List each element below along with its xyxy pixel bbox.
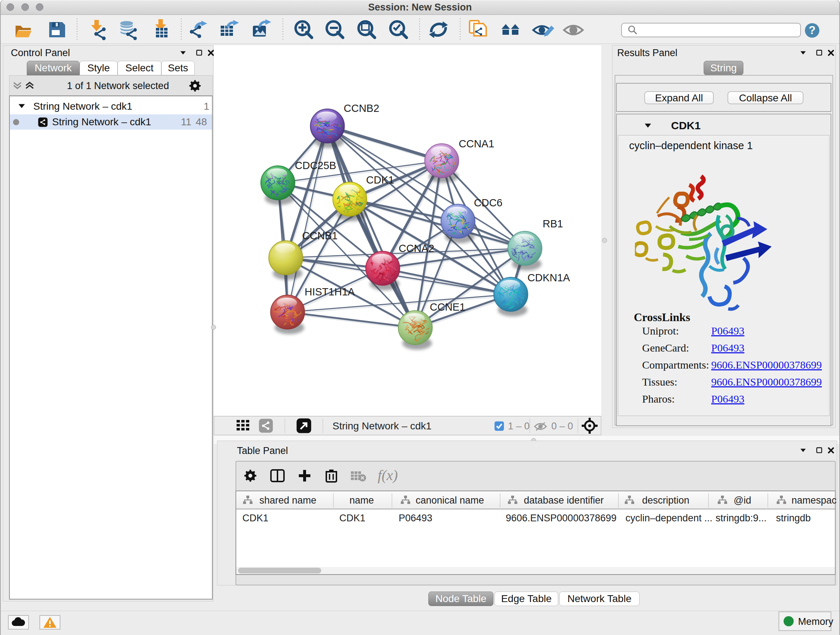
svg-text:CCNB1: CCNB1 [302, 230, 338, 241]
svg-text:CCNA1: CCNA1 [459, 138, 494, 149]
svg-text:RB1: RB1 [543, 218, 563, 230]
svg-text:CDC25B: CDC25B [295, 160, 336, 171]
svg-text:CCNE1: CCNE1 [430, 301, 465, 313]
svg-text:CDC6: CDC6 [474, 197, 502, 209]
svg-text:CCNA2: CCNA2 [399, 242, 434, 254]
svg-text:CCNB2: CCNB2 [344, 103, 379, 114]
svg-text:HIST1H1A: HIST1H1A [305, 286, 355, 298]
svg-text:CDK1: CDK1 [366, 174, 394, 186]
svg-text:CDKN1A: CDKN1A [527, 272, 570, 283]
